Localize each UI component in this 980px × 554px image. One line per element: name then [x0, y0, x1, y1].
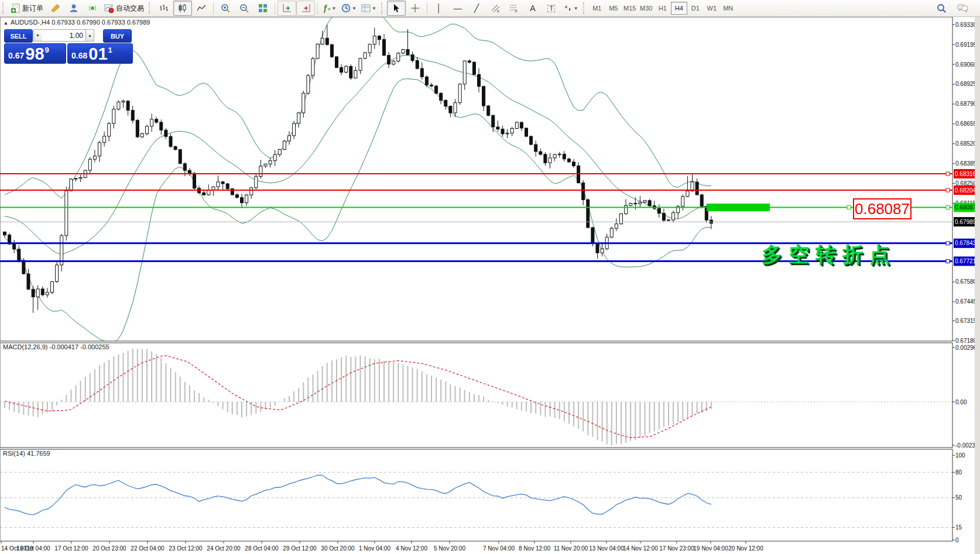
candle: [558, 154, 561, 154]
new-order-button[interactable]: 新订单: [8, 1, 46, 16]
cursor-tool-button[interactable]: [387, 1, 406, 16]
rsi-pane: [0, 472, 952, 527]
price-tick: 0.68655: [955, 121, 977, 127]
signal-icon: [88, 4, 97, 13]
timeframe-w1[interactable]: W1: [704, 2, 720, 15]
auto-scroll-button[interactable]: [296, 1, 315, 16]
signal-button[interactable]: [83, 1, 102, 16]
toolbar-separator: [317, 2, 318, 14]
candle: [117, 102, 120, 109]
candle: [122, 101, 125, 102]
autotrading-label: 自动交易: [116, 4, 144, 13]
candle: [264, 164, 267, 166]
candle: [13, 244, 16, 249]
volume-input[interactable]: [42, 29, 86, 42]
candle: [293, 123, 296, 136]
buy-button[interactable]: BUY: [103, 29, 132, 43]
hline-highlight: [707, 204, 770, 211]
price-tick: 0.68925: [955, 81, 977, 87]
text-tool-button[interactable]: A: [523, 1, 542, 16]
chevron-down-icon: ▼: [352, 6, 357, 11]
timeframe-m5[interactable]: M5: [605, 2, 622, 15]
crosshair-tool-button[interactable]: [406, 1, 424, 16]
candle: [212, 187, 215, 190]
candle: [539, 152, 542, 154]
chinese-annotation[interactable]: 多空转折点: [762, 241, 896, 269]
candle: [648, 201, 651, 206]
candle: [695, 182, 698, 195]
horizontal-line-tool-button[interactable]: —: [448, 1, 467, 16]
chart-shift-button[interactable]: [277, 1, 296, 16]
indicators-button[interactable]: ƒ+▼: [320, 1, 339, 16]
tile-windows-button[interactable]: [253, 1, 272, 16]
sell-button[interactable]: SELL: [4, 29, 33, 43]
candle: [620, 214, 623, 223]
fibonacci-tool-button[interactable]: F: [505, 1, 523, 16]
periods-button[interactable]: ▼: [339, 1, 359, 16]
price-badge-text: 0.67989: [955, 219, 976, 225]
timeframe-h1[interactable]: H1: [655, 2, 671, 15]
line-chart-icon: [197, 4, 206, 13]
candle: [525, 128, 528, 136]
search-button[interactable]: [932, 1, 951, 16]
toolbar-grip: [2, 2, 5, 14]
horizontal-line-icon: —: [454, 4, 462, 12]
line-chart-button[interactable]: [192, 1, 211, 16]
candle: [378, 36, 381, 40]
candle: [241, 198, 244, 203]
profile-button[interactable]: [64, 1, 83, 16]
sell-price-button[interactable]: 0.67 98 9: [4, 43, 66, 64]
bollinger-middle[interactable]: [5, 56, 711, 254]
autotrading-button[interactable]: 自动交易: [102, 1, 146, 16]
trendline-tool-button[interactable]: ╱: [467, 1, 486, 16]
bollinger-lower[interactable]: [5, 79, 711, 343]
macd-indicator-label: MACD(12,26,9) -0.000417 -0.000255: [3, 343, 109, 350]
candle: [146, 126, 149, 134]
price-tick: 0.67445: [955, 298, 977, 305]
candle: [515, 122, 518, 128]
right-scroll-strip[interactable]: [975, 16, 980, 554]
timeframe-h4[interactable]: H4: [671, 2, 687, 15]
candle: [112, 109, 115, 123]
profile-icon: [69, 4, 78, 13]
candlestick-chart-button[interactable]: [173, 1, 192, 16]
candle: [634, 204, 637, 204]
candle: [549, 158, 551, 163]
time-tick: 22 Oct 04:00: [131, 545, 165, 552]
candle: [88, 159, 91, 170]
arrows-tool-button[interactable]: ▼: [561, 1, 581, 16]
collapse-arrow-icon[interactable]: ▲: [4, 20, 8, 26]
candle: [269, 161, 272, 164]
time-tick: 16 Oct 04:00: [16, 545, 50, 552]
price-tick: 0.69195: [955, 42, 977, 48]
volume-increase-button[interactable]: ▲: [85, 29, 94, 42]
macd-signal-line[interactable]: [5, 356, 711, 438]
chat-button[interactable]: [953, 1, 972, 16]
timeframe-m1[interactable]: M1: [589, 2, 605, 15]
zoom-in-button[interactable]: [216, 1, 235, 16]
candle: [582, 183, 585, 200]
styler-button[interactable]: [46, 1, 64, 16]
timeframe-mn[interactable]: MN: [720, 2, 736, 15]
timeframe-m15[interactable]: M15: [622, 2, 638, 15]
bar-chart-button[interactable]: [155, 1, 173, 16]
volume-decrease-button[interactable]: ▼: [33, 29, 42, 42]
rsi-line[interactable]: [5, 475, 711, 515]
candle: [283, 141, 286, 149]
timeframe-d1[interactable]: D1: [687, 2, 704, 15]
text-label-tool-button[interactable]: T: [542, 1, 561, 16]
time-tick: 14 Nov 12:00: [623, 545, 658, 552]
candle: [288, 136, 291, 141]
channel-tool-button[interactable]: E: [486, 1, 505, 16]
chart-area[interactable]: 0.693300.691950.690600.689250.687900.686…: [0, 0, 980, 554]
timeframe-m30[interactable]: M30: [638, 2, 655, 15]
candle: [150, 119, 153, 126]
templates-button[interactable]: ▼: [359, 1, 379, 16]
candle: [65, 191, 68, 236]
zoom-out-button[interactable]: [235, 1, 253, 16]
symbol-info[interactable]: ▲AUDUSD-,H4 0.67933 0.67990 0.67933 0.67…: [4, 19, 150, 26]
price-level-label[interactable]: 0.68087: [853, 198, 912, 219]
buy-price-button[interactable]: 0.68 01 1: [67, 43, 133, 64]
candlestick-chart-icon: [178, 4, 187, 13]
vertical-line-tool-button[interactable]: │: [430, 1, 448, 16]
